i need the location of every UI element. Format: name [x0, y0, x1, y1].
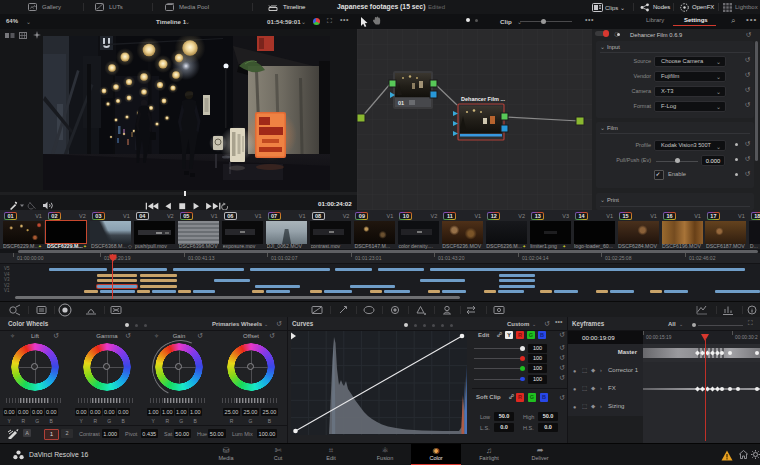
svg-text:01: 01	[398, 100, 404, 106]
svg-text:Dehancer Film ...: Dehancer Film ...	[461, 96, 505, 102]
